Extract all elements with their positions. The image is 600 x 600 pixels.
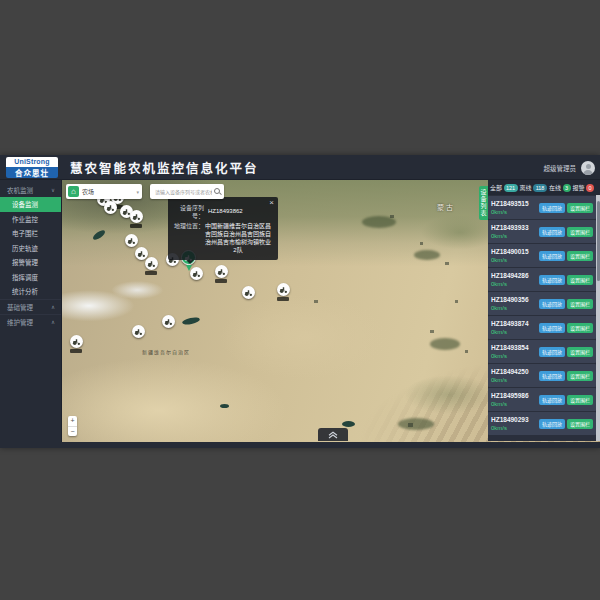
filter-3[interactable]: 报警0 [573,183,595,192]
device-card-9[interactable]: HZ184902930km/s轨迹回放设置围栏 [488,412,596,435]
farm-selector-dropdown[interactable]: 农场 [66,184,142,199]
device-list-tab[interactable]: 设备列表 [479,186,488,220]
popup-close-icon[interactable] [269,199,274,207]
track-replay-button[interactable]: 轨迹回放 [539,275,565,285]
search-icon[interactable] [214,188,221,195]
set-fence-button[interactable]: 设置围栏 [567,299,593,309]
device-cluster-marker-10[interactable] [215,265,228,278]
set-fence-button[interactable]: 设置围栏 [567,251,593,261]
set-fence-button[interactable]: 设置围栏 [567,203,593,213]
set-fence-button[interactable]: 设置围栏 [567,275,593,285]
zoom-in-button[interactable]: + [68,416,77,427]
device-card-3[interactable]: HZ184942860km/s轨迹回放设置围栏 [488,268,596,291]
device-speed: 0km/s [491,424,529,432]
zoom-out-button[interactable]: − [68,427,77,437]
track-replay-button[interactable]: 轨迹回放 [539,371,565,381]
sidebar-section-9[interactable]: 维护管理∧ [0,314,61,329]
filter-1[interactable]: 离线118 [520,183,548,192]
set-fence-button[interactable]: 设置围栏 [567,395,593,405]
device-list-panel: 设备列表 全部121离线118在线3报警0 HZ184935150km/s轨迹回… [479,180,600,441]
sidebar-item-4[interactable]: 历史轨迹 [0,241,61,256]
track-replay-button[interactable]: 轨迹回放 [539,299,565,309]
set-fence-button[interactable]: 设置围栏 [567,347,593,357]
farm-selector-value: 农场 [82,187,136,196]
device-list-scrollbar[interactable] [596,195,600,441]
sidebar-item-6[interactable]: 指挥调度 [0,270,61,285]
sidebar-item-label: 历史轨迹 [12,243,38,253]
device-speed: 0km/s [491,376,529,384]
sidebar-section-8[interactable]: 基础管理∧ [0,299,61,314]
track-replay-button[interactable]: 轨迹回放 [539,347,565,357]
device-speed: 0km/s [491,232,529,240]
sidebar-item-5[interactable]: 报警管理 [0,255,61,270]
device-cluster-marker-15[interactable] [70,335,83,348]
device-card-6[interactable]: HZ184938540km/s轨迹回放设置围栏 [488,340,596,363]
device-cluster-marker-7[interactable] [145,257,158,270]
device-card-7[interactable]: HZ184942500km/s轨迹回放设置围栏 [488,364,596,387]
sidebar-item-7[interactable]: 统计分析 [0,284,61,299]
device-speed: 0km/s [491,328,529,336]
popup-location-row: 地理位置： 中国新疆维吾尔自治区昌吉回族自治州昌吉回族自治州昌吉市榆树沟镇牧业2… [172,222,272,254]
device-card-4[interactable]: HZ184903560km/s轨迹回放设置围栏 [488,292,596,315]
chevron-up-double-icon [328,431,338,439]
device-cluster-marker-11[interactable] [242,286,255,299]
device-info: HZ184942860km/s [491,272,529,288]
sidebar-item-1[interactable]: 设备监测 [0,197,61,212]
device-cluster-marker-5[interactable] [125,234,138,247]
device-id: HZ18490293 [491,416,529,424]
set-fence-button[interactable]: 设置围栏 [567,227,593,237]
device-id: HZ18494250 [491,368,529,376]
track-replay-button[interactable]: 轨迹回放 [539,395,565,405]
chevron-icon: ∨ [51,187,55,193]
scrollbar-thumb[interactable] [597,201,600,281]
device-plate-label [215,279,227,283]
device-cluster-marker-2[interactable] [104,201,117,214]
map-town-dot [465,350,468,353]
tractor-icon [134,327,143,336]
device-cluster-marker-12[interactable] [277,283,290,296]
device-id: HZ18493515 [491,200,529,208]
device-card-1[interactable]: HZ184939330km/s轨迹回放设置围栏 [488,220,596,243]
map-toolbar: 农场 [66,184,224,199]
track-replay-button[interactable]: 轨迹回放 [539,419,565,429]
device-card-8[interactable]: HZ184959860km/s轨迹回放设置围栏 [488,388,596,411]
device-info: HZ184902930km/s [491,416,529,432]
device-info: HZ184903560km/s [491,296,529,312]
device-speed: 0km/s [491,208,529,216]
map-vegetation [398,418,434,430]
sidebar-item-3[interactable]: 电子围栏 [0,226,61,241]
device-filter-bar: 全部121离线118在线3报警0 [488,180,600,195]
user-avatar[interactable] [581,161,595,175]
tractor-icon [137,249,146,258]
tractor-icon [132,212,141,221]
track-replay-button[interactable]: 轨迹回放 [539,323,565,333]
map-town-dot [445,262,449,265]
filter-2[interactable]: 在线3 [549,183,571,192]
sidebar-item-label: 统计分析 [12,286,38,296]
track-replay-button[interactable]: 轨迹回放 [539,203,565,213]
device-card-0[interactable]: HZ184935150km/s轨迹回放设置围栏 [488,196,596,219]
sidebar-item-2[interactable]: 作业监控 [0,212,61,227]
page-title: 慧农智能农机监控信息化平台 [70,158,259,177]
device-card-2[interactable]: HZ184900150km/s轨迹回放设置围栏 [488,244,596,267]
filter-0[interactable]: 全部121 [490,183,518,192]
filter-label: 离线 [520,183,532,192]
set-fence-button[interactable]: 设置围栏 [567,419,593,429]
device-search-input[interactable] [153,188,214,196]
device-actions: 轨迹回放设置围栏 [539,395,593,405]
device-info: HZ184900150km/s [491,248,529,264]
set-fence-button[interactable]: 设置围栏 [567,371,593,381]
device-card-5[interactable]: HZ184938740km/s轨迹回放设置围栏 [488,316,596,339]
track-replay-button[interactable]: 轨迹回放 [539,227,565,237]
filter-count-badge: 3 [563,184,571,192]
sidebar-section-0[interactable]: 农机监测∨ [0,182,61,197]
device-cluster-marker-14[interactable] [132,325,145,338]
set-fence-button[interactable]: 设置围栏 [567,323,593,333]
device-cluster-marker-4[interactable] [130,210,143,223]
chevron-icon: ∧ [51,319,55,325]
tractor-icon [106,203,115,212]
track-replay-button[interactable]: 轨迹回放 [539,251,565,261]
device-plate-label [277,297,289,301]
device-cluster-marker-13[interactable] [162,315,175,328]
bottom-panel-expand-tab[interactable] [318,428,348,441]
